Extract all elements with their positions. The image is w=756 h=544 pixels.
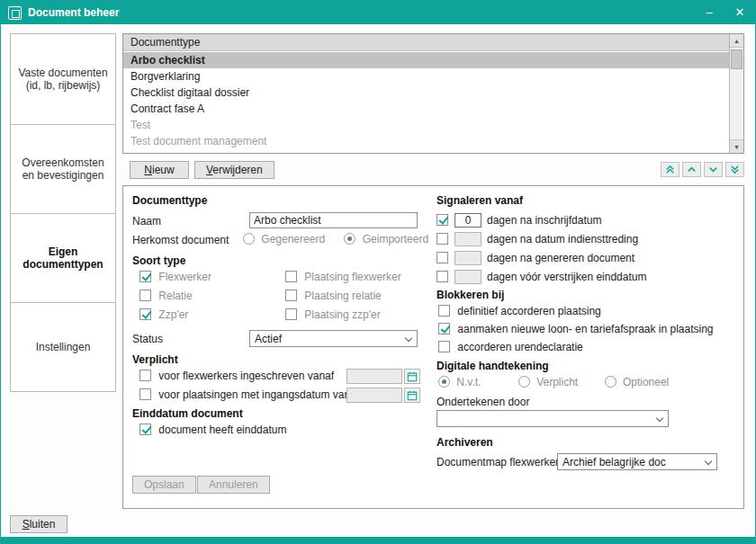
titlebar: Document beheer – ✕ [1,1,755,24]
blokkeren-urendeclaratie-label: accorderen urendeclaratie [457,341,582,353]
documentmap-value: Archief belagrijke doc [562,456,666,468]
zzper-label: Zzp'er [158,308,188,321]
herkomst-label: Herkomst document [132,234,229,246]
close-button[interactable]: ✕ [732,1,748,24]
signaleren-einddatum-label: dagen vóór verstrijken einddatum [487,271,646,283]
section-archiveren: Archiveren [436,436,493,449]
window-title: Document beheer [28,6,119,19]
relatie-checkbox[interactable] [140,290,151,301]
sluiten-button[interactable]: Sluiten [10,515,68,533]
status-label: Status [132,333,163,345]
geimporteerd-label: Geimporteerd [363,233,428,245]
verplicht-radio[interactable] [518,376,530,388]
blokkeren-loonafspraak-checkbox[interactable] [438,323,450,334]
blokkeren-definitief-checkbox[interactable] [438,305,450,317]
document-beheer-dialog: Document beheer – ✕ Vaste documenten (id… [0,0,756,544]
list-rows: Arbo checklist Borgverklaring Checklist … [123,52,729,153]
verplicht-plaatsingen-label: voor plaatsingen met ingangsdatum vanaf [158,388,359,401]
list-row[interactable]: Arbo checklist [123,52,729,68]
list-row[interactable]: Contract fase A [123,101,729,117]
flexwerker-checkbox[interactable] [140,271,151,282]
double-chevron-up-icon [664,164,676,175]
ondertekenen-label: Ondertekenen door [436,396,529,408]
tab-eigen-documenttypen[interactable]: Eigen documenttypen [10,213,116,303]
signaleren-genereren-label: dagen na genereren document [487,252,634,264]
signaleren-einddatum-input[interactable] [454,270,482,284]
list-row[interactable]: Test [123,117,729,133]
plaatsing-relatie-checkbox[interactable] [285,290,297,301]
plaatsing-flexwerker-checkbox[interactable] [285,271,297,282]
gegenereerd-radio[interactable] [243,233,255,245]
signaleren-inschrijfdatum-checkbox[interactable] [436,214,448,226]
chevron-up-icon [686,164,698,175]
verplicht-flexwerkers-checkbox[interactable] [140,370,151,381]
signaleren-genereren-checkbox[interactable] [436,252,448,263]
scrollbar-thumb[interactable] [731,49,742,69]
app-icon [8,6,22,20]
relatie-label: Relatie [158,290,192,302]
chevron-down-icon [656,415,663,422]
signaleren-indiensttreding-checkbox[interactable] [436,233,448,245]
minimize-button[interactable]: – [701,1,717,24]
move-bottom-button[interactable] [725,162,744,177]
verplicht-plaatsingen-calendar-button[interactable] [404,388,420,403]
move-down-button[interactable] [704,162,723,177]
einddatum-label: document heeft einddatum [158,424,286,436]
tab-vaste-documenten[interactable]: Vaste documenten (id, lb, rijbewijs) [10,33,116,125]
plaatsing-zzper-checkbox[interactable] [285,308,297,320]
chevron-down-icon [705,458,712,465]
opslaan-button-label: Opslaan [144,478,184,491]
verplicht-plaatsingen-date-input[interactable] [346,388,402,403]
tab-overeenkomsten[interactable]: Overeenkomsten en bevestigingen [10,124,116,214]
scroll-down-icon[interactable]: ▼ [730,139,743,153]
blokkeren-urendeclaratie-checkbox[interactable] [438,341,450,352]
move-up-button[interactable] [682,162,701,177]
nieuw-button[interactable]: Nieuw [130,161,189,179]
signaleren-einddatum-checkbox[interactable] [436,271,448,282]
verwijderen-button[interactable]: Verwijderen [194,161,274,179]
naam-input[interactable] [249,212,418,228]
blokkeren-definitief-label: definitief accorderen plaatsing [457,305,600,317]
double-chevron-down-icon [729,164,741,175]
scroll-up-icon[interactable]: ▲ [730,34,743,48]
optioneel-radio[interactable] [605,376,616,388]
nieuw-button-label: Nieuw [144,164,174,176]
section-documenttype: Documenttype [132,194,207,207]
sluiten-button-label: Sluiten [22,518,56,531]
verplicht-plaatsingen-checkbox[interactable] [140,388,151,400]
zzper-checkbox[interactable] [140,308,151,320]
status-select[interactable]: Actief [249,330,418,347]
ondertekenen-select[interactable] [436,410,669,427]
gegenereerd-label: Gegenereerd [261,233,325,245]
list-header: Documenttype [123,34,729,51]
opslaan-button[interactable]: Opslaan [132,476,196,494]
section-einddatum: Einddatum document [132,407,243,420]
verplicht-flexwerkers-date-input[interactable] [346,369,402,384]
chevron-down-icon [707,164,719,175]
list-actions: Nieuw Verwijderen [122,161,744,179]
list-row[interactable]: Borgverklaring [123,68,729,85]
signaleren-indiensttreding-input[interactable] [454,232,482,246]
plaatsing-relatie-label: Plaatsing relatie [304,290,381,302]
naam-label: Naam [132,215,161,227]
signaleren-genereren-input[interactable] [454,251,482,265]
nvt-radio[interactable] [438,376,450,388]
einddatum-checkbox[interactable] [140,424,151,435]
signaleren-inschrijfdatum-input[interactable]: 0 [454,213,482,227]
verplicht-flexwerkers-calendar-button[interactable] [404,369,420,384]
documentmap-label: Documentmap flexwerker [436,456,559,468]
list-row[interactable]: Checklist digitaal dossier [123,85,729,101]
tab-instellingen[interactable]: Instellingen [10,302,116,392]
annuleren-button[interactable]: Annuleren [197,476,270,494]
plaatsing-zzper-label: Plaatsing zzp'er [304,308,380,321]
documentmap-select[interactable]: Archief belagrijke doc [557,453,717,470]
section-signaleren: Signaleren vanaf [436,194,523,207]
list-scrollbar[interactable]: ▲ ▼ [729,34,743,153]
verplicht-radio-label: Verplicht [536,376,578,388]
move-top-button[interactable] [661,162,680,177]
annuleren-button-label: Annuleren [209,478,258,491]
list-row[interactable]: Test document management [123,133,729,149]
section-soort-type: Soort type [132,254,185,267]
documenttype-list: Documenttype Arbo checklist Borgverklari… [122,33,744,154]
geimporteerd-radio[interactable] [344,233,356,245]
